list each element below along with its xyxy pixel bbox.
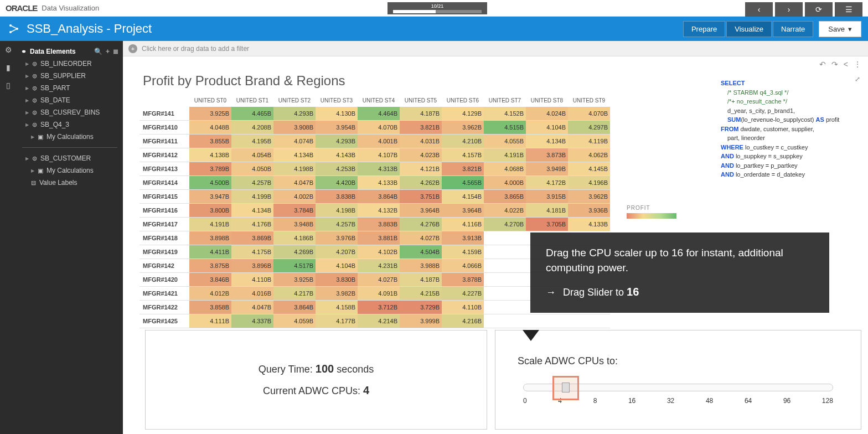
- row-label: MFGR#1416: [140, 204, 189, 218]
- cell: 4.270B: [484, 218, 526, 231]
- elements-icon[interactable]: ⚙: [5, 45, 12, 54]
- tree-item[interactable]: ▶⊜SB_CUSTOMER: [20, 152, 120, 164]
- cell: 4.012B: [189, 287, 231, 301]
- cell: 4.199B: [231, 190, 273, 204]
- cell: 4.110B: [442, 301, 484, 314]
- expand-icon[interactable]: ▶: [31, 168, 34, 173]
- cell: 4.227B: [442, 287, 484, 301]
- back-button[interactable]: ‹: [745, 2, 773, 17]
- col-header: UNITED ST8: [526, 94, 568, 107]
- cell: 4.001B: [358, 135, 400, 148]
- cell: 4.027B: [400, 231, 442, 245]
- cell: 4.176B: [231, 218, 273, 231]
- undo-icon[interactable]: ↶: [819, 60, 826, 69]
- progress-label: 10/21: [431, 3, 444, 9]
- my-calculations-item[interactable]: ▶ ▣ My Calculations: [20, 131, 120, 143]
- forward-button[interactable]: ›: [775, 2, 803, 17]
- cell: 3.976B: [316, 231, 358, 245]
- cell: [484, 231, 526, 245]
- tick-label: 64: [745, 397, 752, 405]
- cell: 4.066B: [442, 259, 484, 273]
- expand-icon[interactable]: ▶: [25, 74, 29, 79]
- project-title: SSB_Analysis - Project: [27, 22, 683, 36]
- share-icon[interactable]: <: [844, 60, 848, 69]
- cell: 4.111B: [189, 314, 231, 328]
- cell: 3.964B: [400, 204, 442, 218]
- prepare-button[interactable]: Prepare: [683, 21, 725, 37]
- cell: 4.129B: [442, 107, 484, 121]
- cell: 3.982B: [316, 287, 358, 301]
- tree-item[interactable]: ▶⊜SB_DATE: [20, 94, 120, 106]
- redo-icon[interactable]: ↷: [831, 60, 838, 69]
- table-row: MFGR#1413.925B4.465B4.293B4.130B4.464B4.…: [140, 107, 610, 121]
- cell: 4.024B: [526, 107, 568, 121]
- cell: 4.070B: [568, 107, 610, 121]
- tree-item[interactable]: ▶⊜SB_LINEORDER: [20, 58, 120, 70]
- cell: 4.465B: [231, 107, 273, 121]
- options-icon[interactable]: ⋮: [854, 60, 861, 69]
- cell: 4.257B: [316, 218, 358, 231]
- filter-bar[interactable]: + Click here or drag data to add a filte…: [123, 41, 868, 56]
- expand-icon[interactable]: ▶: [25, 98, 29, 103]
- table-row: MFGR#14133.789B4.050B4.198B4.253B4.313B4…: [140, 162, 610, 176]
- expand-icon[interactable]: ▶: [25, 122, 29, 127]
- expand-icon[interactable]: ▶: [25, 110, 29, 115]
- add-icon[interactable]: +: [106, 48, 110, 55]
- menu-button[interactable]: ☰: [835, 2, 862, 17]
- cell: 3.962B: [568, 190, 610, 204]
- table-row: MFGR#14163.800B4.134B3.784B4.198B4.132B3…: [140, 204, 610, 218]
- cell: 4.023B: [400, 148, 442, 162]
- cell: 3.948B: [273, 218, 316, 231]
- my-calculations-item-2[interactable]: ▶ ▣ My Calculations: [20, 164, 120, 177]
- cell: 4.293B: [273, 107, 316, 121]
- search-icon[interactable]: 🔍: [94, 48, 102, 55]
- analytics-icon[interactable]: ▯: [6, 81, 11, 90]
- save-dropdown-icon[interactable]: ▾: [848, 25, 852, 33]
- tutorial-progress: 10/21: [388, 2, 487, 14]
- expand-icon[interactable]: ▶: [25, 156, 29, 161]
- table-row: MFGR#14174.191B4.176B3.948B4.257B3.883B4…: [140, 218, 610, 231]
- expand-icon[interactable]: ▶: [25, 86, 29, 91]
- row-label: MFGR#1411: [140, 135, 189, 148]
- narrate-button[interactable]: Narrate: [773, 21, 813, 37]
- chart-icon[interactable]: ▮: [6, 63, 11, 72]
- expand-icon[interactable]: ⤢: [855, 74, 860, 84]
- visualize-button[interactable]: Visualize: [726, 21, 772, 37]
- cell: 3.830B: [316, 273, 358, 287]
- cell: 4.186B: [273, 231, 316, 245]
- cell: 4.198B: [273, 162, 316, 176]
- metrics-panel: Query Time: 100 seconds Current ADWC CPU…: [145, 330, 487, 430]
- tree-item[interactable]: ▶⊜SB_SUPPLIER: [20, 70, 120, 82]
- cell: 4.215B: [400, 287, 442, 301]
- cell: 4.196B: [568, 176, 610, 190]
- list-icon[interactable]: ≣: [113, 48, 118, 55]
- value-labels-item[interactable]: ⊟ Value Labels: [20, 177, 120, 189]
- cell: 4.181B: [526, 204, 568, 218]
- tree-item[interactable]: ▶⊜SB_PART: [20, 82, 120, 94]
- tree-item[interactable]: ▶⊜SB_CUSREV_BINS: [20, 106, 120, 118]
- cpu-slider-panel: Scale ADWC CPUs to: 0481632486496128: [495, 330, 861, 430]
- cell: 4.134B: [273, 148, 316, 162]
- cell: 3.821B: [442, 162, 484, 176]
- cell: 3.964B: [442, 204, 484, 218]
- expand-icon[interactable]: ▶: [31, 135, 34, 140]
- cell: 4.210B: [442, 135, 484, 148]
- data-elements-panel: ⚭ Data Elements 🔍 + ≣ ▶⊜SB_LINEORDER▶⊜SB…: [17, 41, 123, 434]
- cell: 3.936B: [568, 204, 610, 218]
- cell: 4.198B: [316, 204, 358, 218]
- cell: 4.269B: [273, 245, 316, 259]
- cpu-slider[interactable]: [518, 384, 839, 391]
- tree-item[interactable]: ▶⊜SB_Q4_3: [20, 118, 120, 131]
- cell: 4.068B: [484, 162, 526, 176]
- save-button[interactable]: Save▾: [819, 21, 861, 37]
- cell: 3.947B: [189, 190, 231, 204]
- link-icon: ⚭: [21, 48, 27, 55]
- add-filter-icon[interactable]: +: [128, 44, 137, 53]
- expand-icon[interactable]: ▶: [25, 61, 29, 66]
- cell: 4.070B: [358, 121, 400, 135]
- cell: 3.962B: [442, 121, 484, 135]
- cell: 4.107B: [358, 148, 400, 162]
- reload-button[interactable]: ⟳: [805, 2, 833, 17]
- cell: 3.925B: [273, 273, 316, 287]
- slider-thumb[interactable]: [562, 383, 570, 392]
